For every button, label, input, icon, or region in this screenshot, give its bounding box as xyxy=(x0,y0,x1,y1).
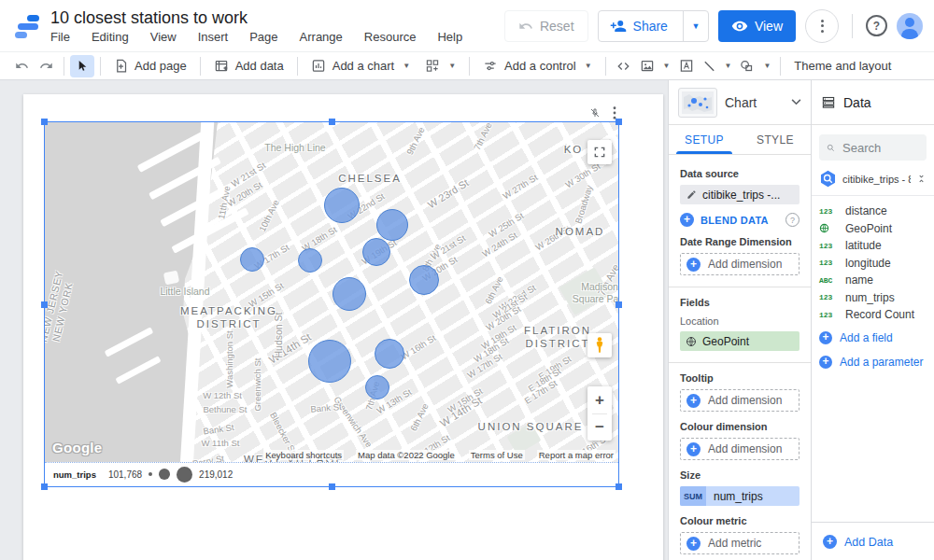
line-tool-button[interactable]: ▼ xyxy=(699,55,736,77)
redo-button[interactable] xyxy=(34,55,58,77)
more-options-button[interactable] xyxy=(805,9,839,43)
field-row[interactable]: 123latitude xyxy=(819,237,927,255)
chevron-down-icon[interactable] xyxy=(791,99,801,105)
data-source-chip[interactable]: citibike_trips -... xyxy=(680,185,800,204)
field-row[interactable]: 123num_trips xyxy=(819,289,927,307)
field-row[interactable]: GeoPoint xyxy=(819,220,927,238)
station-bubble[interactable] xyxy=(298,248,322,273)
shape-caret: ▼ xyxy=(763,62,771,70)
selection-handle-e[interactable] xyxy=(616,301,622,308)
location-geopoint-chip[interactable]: GeoPoint xyxy=(680,331,800,351)
share-button[interactable]: Share ▼ xyxy=(598,10,709,42)
add-colour-dimension-button[interactable]: + Add dimension xyxy=(680,438,800,460)
add-a-parameter-button[interactable]: + Add a parameter xyxy=(819,352,927,372)
select-cursor-button[interactable] xyxy=(70,55,94,77)
menu-view[interactable]: View xyxy=(150,30,177,44)
view-button[interactable]: View xyxy=(718,10,796,42)
selection-handle-w[interactable] xyxy=(41,301,48,308)
report-title[interactable]: 10 closest stations to work xyxy=(50,8,462,27)
tab-setup[interactable]: SETUP xyxy=(669,125,740,154)
google-logo[interactable]: Google xyxy=(52,440,102,455)
collapse-icon[interactable] xyxy=(916,174,927,184)
avatar[interactable] xyxy=(897,13,923,39)
zoom-out-button[interactable]: − xyxy=(587,414,612,441)
edit-pencil-icon[interactable] xyxy=(680,189,702,200)
selection-handle-se[interactable] xyxy=(616,483,622,490)
report-page[interactable]: W 21st StW 20th St11th Ave10th Ave9th Av… xyxy=(23,94,663,560)
field-row[interactable]: 123distance xyxy=(819,203,927,220)
size-metric-chip[interactable]: SUM num_trips xyxy=(680,486,800,506)
add-date-dimension-button[interactable]: + Add dimension xyxy=(680,253,800,275)
looker-studio-logo-icon[interactable] xyxy=(15,14,41,38)
menu-editing[interactable]: Editing xyxy=(92,30,129,44)
add-page-button[interactable]: Add page xyxy=(106,55,194,77)
globe-icon xyxy=(680,336,702,347)
report-canvas[interactable]: W 21st StW 20th St11th Ave10th Ave9th Av… xyxy=(0,80,668,560)
add-data-button[interactable]: Add data xyxy=(206,55,291,77)
menu-help[interactable]: Help xyxy=(437,30,462,44)
selection-handle-n[interactable] xyxy=(329,119,335,125)
selection-handle-s[interactable] xyxy=(329,483,335,490)
map-canvas[interactable]: W 21st StW 20th St11th Ave10th Ave9th Av… xyxy=(45,122,618,462)
blend-data-button[interactable]: + BLEND DATA ? xyxy=(680,213,800,227)
data-source-row[interactable]: citibike_trips - 8/1... xyxy=(812,166,934,196)
station-bubble[interactable] xyxy=(308,340,351,383)
attribution-item[interactable]: Terms of Use xyxy=(469,450,525,460)
station-bubble[interactable] xyxy=(362,238,390,266)
legend-dot-medium xyxy=(159,469,170,480)
station-bubble[interactable] xyxy=(376,209,408,241)
theme-and-layout-button[interactable]: Theme and layout xyxy=(786,55,899,77)
add-a-field-button[interactable]: + Add a field xyxy=(819,328,927,348)
map-fullscreen-button[interactable] xyxy=(587,140,612,164)
menu-arrange[interactable]: Arrange xyxy=(300,30,343,44)
add-colour-metric-button[interactable]: + Add metric xyxy=(680,532,800,554)
app-header: 10 closest stations to work FileEditingV… xyxy=(0,0,934,52)
field-row[interactable]: 123longitude xyxy=(819,255,927,273)
attribution-item[interactable]: Report a map error xyxy=(537,450,616,460)
station-bubble[interactable] xyxy=(324,188,360,223)
menu-file[interactable]: File xyxy=(50,30,70,44)
size-label: Size xyxy=(680,469,800,481)
add-chart-button[interactable]: Add a chart▼ xyxy=(304,55,417,77)
chart-more-icon[interactable] xyxy=(613,106,616,119)
insert-image-button[interactable]: ▼ xyxy=(636,55,674,77)
undo-button[interactable] xyxy=(9,55,34,77)
field-search-box[interactable] xyxy=(819,134,927,161)
attribution-item[interactable]: Keyboard shortcuts xyxy=(263,450,344,460)
station-bubble[interactable] xyxy=(375,339,404,369)
chart-type-selector-label[interactable]: Chart xyxy=(725,95,784,110)
menu-resource[interactable]: Resource xyxy=(364,30,417,44)
add-data-button[interactable]: + Add Data xyxy=(812,522,934,560)
bubble-map-chart[interactable]: W 21st StW 20th St11th Ave10th Ave9th Av… xyxy=(44,121,619,487)
embed-url-button[interactable] xyxy=(612,55,636,77)
add-control-button[interactable]: Add a control▼ xyxy=(475,55,600,77)
reset-button[interactable]: Reset xyxy=(504,10,588,42)
shape-tool-button[interactable]: ▼ xyxy=(735,55,774,77)
field-row[interactable]: ABCname xyxy=(819,272,927,289)
share-dropdown-caret[interactable]: ▼ xyxy=(683,11,708,41)
community-visualizations-button[interactable]: ▼ xyxy=(417,55,463,77)
station-bubble[interactable] xyxy=(333,277,366,311)
geo-field-icon xyxy=(819,223,839,233)
menu-insert[interactable]: Insert xyxy=(198,30,229,44)
chart-type-thumbnail[interactable] xyxy=(678,88,717,118)
plus-icon: + xyxy=(686,537,700,551)
add-tooltip-dimension-button[interactable]: + Add dimension xyxy=(680,389,800,412)
help-icon[interactable]: ? xyxy=(866,15,887,36)
menu-page[interactable]: Page xyxy=(249,30,277,44)
selection-handle-nw[interactable] xyxy=(41,119,48,125)
pin-off-icon[interactable] xyxy=(589,107,601,119)
selection-handle-sw[interactable] xyxy=(41,483,48,490)
field-row[interactable]: 123Record Count xyxy=(819,306,927,324)
station-bubble[interactable] xyxy=(409,265,439,295)
station-bubble[interactable] xyxy=(365,375,389,399)
tab-style[interactable]: STYLE xyxy=(740,125,811,154)
text-box-button[interactable] xyxy=(674,55,699,77)
zoom-in-button[interactable]: + xyxy=(587,387,612,413)
search-input[interactable] xyxy=(841,140,919,156)
blend-help-icon[interactable]: ? xyxy=(785,213,800,227)
selection-handle-ne[interactable] xyxy=(616,119,622,125)
station-bubble[interactable] xyxy=(240,247,264,272)
add-chart-icon xyxy=(311,59,326,73)
street-view-pegman-button[interactable] xyxy=(587,333,612,357)
